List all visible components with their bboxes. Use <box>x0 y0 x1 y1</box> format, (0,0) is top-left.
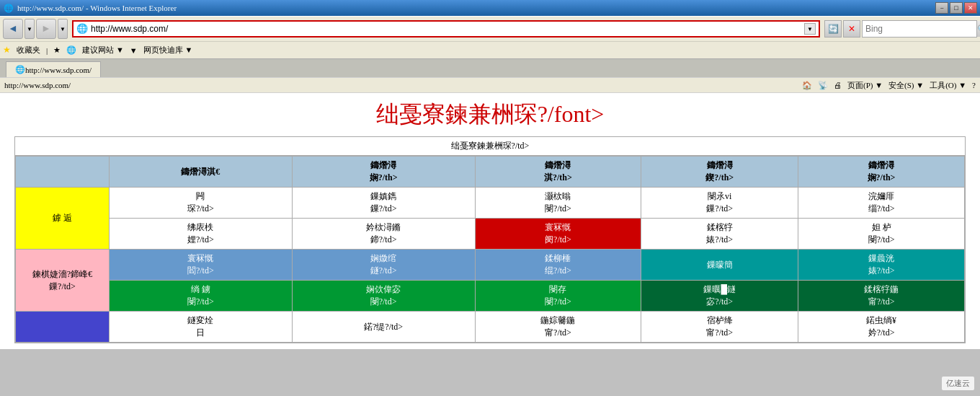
table-header-text: 绌戞寮鍊兼栦琛?/td> <box>15 137 965 156</box>
main-table-wrapper: 绌戞寮鍊兼栦琛?/td> 鑄熸潯淇€ 鑄熸潯娴?/th> 鑄熸潯淇?/th> 鑄… <box>14 136 966 343</box>
row-label-3 <box>16 312 110 343</box>
back-dropdown[interactable]: ▼ <box>24 19 35 39</box>
cell-3-1: 鐩変烇日 <box>110 312 293 343</box>
cell-2-2b: 娴佽偉宓閿?/td> <box>292 281 475 312</box>
cell-2-5b: 鍒楁牸鍦甯?/td> <box>798 281 965 312</box>
cell-1-1a: 闁琛?/td> <box>110 188 293 219</box>
address-dropdown[interactable]: ▼ <box>804 23 816 35</box>
feed-icon: 📡 <box>818 81 828 90</box>
maximize-button[interactable]: □ <box>950 2 963 14</box>
tools-menu[interactable]: 工具(O) ▼ <box>930 80 966 91</box>
help-menu[interactable]: ? <box>972 81 976 89</box>
refresh-button[interactable]: 🔄 <box>824 20 842 38</box>
col-header-4: 鑄熸潯鍥?/th> <box>641 157 798 188</box>
favorites-label[interactable]: 收藏夹 <box>17 45 40 56</box>
browser-chrome: ◄ ▼ ► ▼ 🌐 ▼ 🔄 ✕ 🔍 ★ 收藏夹 | ★ 🌐 建议网站 ▼ ▼ 网… <box>0 16 980 93</box>
cell-3-5: 鍩虫绱¥妗?/td> <box>798 312 965 343</box>
cell-1-5a: 浣嬭厞缁?/td> <box>798 188 965 219</box>
cell-2-3b: 閿存閿?/td> <box>475 281 641 312</box>
col-header-5: 鑄熸潯娴?/th> <box>798 157 965 188</box>
cell-1-5b: 妲 栌閿?/td> <box>798 219 965 250</box>
col-header-2: 鑄熸潯娴?/th> <box>292 157 475 188</box>
cell-2-5a: 鏁曟洸婊?/td> <box>798 250 965 281</box>
page-content: 绌戞寮鍊兼栦琛?/font> 绌戞寮鍊兼栦琛?/td> 鑄熸潯淇€ 鑄熸潯娴?/… <box>0 93 980 349</box>
cell-1-3a: 灏栨暡閿?/td> <box>475 188 641 219</box>
fav-icon2: ▼ <box>130 46 138 55</box>
cell-1-1b: 绋庡柣娌?/td> <box>110 219 293 250</box>
cell-3-4: 宿栌绛甯?/td> <box>641 312 798 343</box>
cell-1-4b: 鍒楁牸婊?/td> <box>641 219 798 250</box>
menu-bar: http://www.sdp.com/ 🏠 📡 🖨 页面(P) ▼ 安全(S) … <box>0 77 980 93</box>
cell-2-1a: 寰冧慨閻?/td> <box>110 250 293 281</box>
address-input[interactable] <box>91 24 804 34</box>
window-controls: − □ ✕ <box>935 2 977 14</box>
cell-2-2a: 娴媺绾鐩?/td> <box>292 250 475 281</box>
security-menu[interactable]: 安全(S) ▼ <box>888 80 924 91</box>
menu-left: http://www.sdp.com/ <box>4 81 71 89</box>
row-label-1: 鎼 逅 <box>16 188 110 250</box>
nav-bar: ◄ ▼ ► ▼ 🌐 ▼ 🔄 ✕ 🔍 <box>0 17 980 41</box>
tab-label: http://www.sdp.com/ <box>25 66 92 74</box>
cell-1-2b: 妗栨潯鏅鍗?/td> <box>292 219 475 250</box>
row-label-2: 鍊棋婕濇?鍗峰€鏁?/td> <box>16 250 110 312</box>
cell-2-1b: 绱 鐪閿?/td> <box>110 281 293 312</box>
cell-3-3: 鍦婃毊鍦甯?/td> <box>475 312 641 343</box>
cell-2-3a: 鍒柳棰绲?/td> <box>475 250 641 281</box>
page-menu[interactable]: 页面(P) ▼ <box>847 80 883 91</box>
forward-button[interactable]: ► <box>36 19 56 39</box>
cell-3-2: 鍩?缇?/td> <box>292 312 475 343</box>
browser-tab[interactable]: 🌐 http://www.sdp.com/ <box>6 61 101 77</box>
close-button[interactable]: ✕ <box>964 2 977 14</box>
fav-web-gallery[interactable]: 网页快迪库 ▼ <box>143 45 193 56</box>
forward-dropdown[interactable]: ▼ <box>58 19 68 39</box>
page-title: 绌戞寮鍊兼栦琛?/font> <box>14 99 966 131</box>
col-header-empty <box>16 157 110 188</box>
fav-icon: 🌐 <box>66 45 76 55</box>
browser-icon: 🌐 <box>3 2 14 14</box>
cell-2-4a: 鏁曚簡 <box>641 250 798 281</box>
favorites-star2: ★ <box>53 45 61 55</box>
tab-bar: 🌐 http://www.sdp.com/ <box>0 58 980 77</box>
address-icon: 🌐 <box>76 23 88 35</box>
title-bar: 🌐 http://www.sdp.com/ - Windows Internet… <box>0 0 980 16</box>
cell-1-3b: 寰冧慨阌?/td> <box>475 219 641 250</box>
home-icon: 🏠 <box>802 81 812 90</box>
search-input[interactable] <box>863 24 976 34</box>
watermark: 亿速云 <box>942 377 974 390</box>
page-url-display: http://www.sdp.com/ <box>4 81 71 89</box>
address-bar[interactable]: 🌐 ▼ <box>72 20 820 38</box>
menu-right: 🏠 📡 🖨 页面(P) ▼ 安全(S) ▼ 工具(O) ▼ ? <box>802 80 976 91</box>
minimize-button[interactable]: − <box>935 2 948 14</box>
back-button[interactable]: ◄ <box>3 19 23 39</box>
col-header-3: 鑄熸潯淇?/th> <box>475 157 641 188</box>
favorites-bar: ★ 收藏夹 | ★ 🌐 建议网站 ▼ ▼ 网页快迪库 ▼ <box>0 41 980 58</box>
cell-1-4a: 閿氶vi鏁?/td> <box>641 188 798 219</box>
favorites-star: ★ <box>3 45 11 56</box>
fav-suggested-sites[interactable]: 建议网站 ▼ <box>82 45 124 56</box>
search-button[interactable]: 🔍 <box>976 21 980 37</box>
data-table: 鑄熸潯淇€ 鑄熸潯娴?/th> 鑄熸潯淇?/th> 鑄熸潯鍥?/th> 鑄熸潯娴… <box>15 156 965 343</box>
window-title: http://www.sdp.com/ - Windows Internet E… <box>17 4 935 12</box>
print-icon: 🖨 <box>834 81 842 89</box>
col-header-1: 鑄熸潯淇€ <box>110 157 293 188</box>
fav-separator: | <box>46 46 48 55</box>
cell-2-4b: 鏁曞█鐩宓?/td> <box>641 281 798 312</box>
cell-1-2a: 鏁嫃鐫鏁?/td> <box>292 188 475 219</box>
stop-button[interactable]: ✕ <box>843 20 860 38</box>
search-box: 🔍 <box>862 20 977 38</box>
tab-icon: 🌐 <box>15 65 25 74</box>
